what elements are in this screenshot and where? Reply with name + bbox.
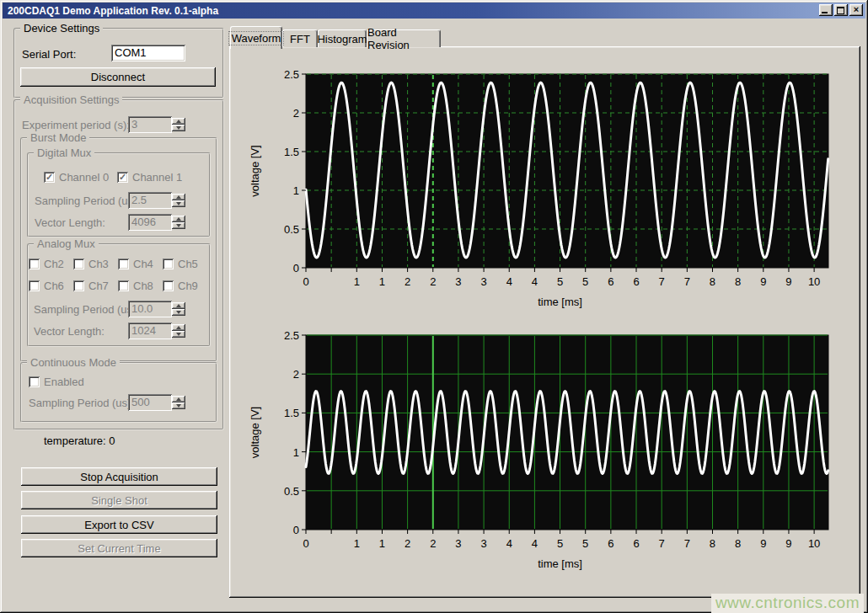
button-label: Single Shot: [91, 494, 147, 507]
svg-text:4: 4: [532, 275, 538, 288]
disconnect-button[interactable]: Disconnect: [20, 67, 216, 87]
digital-sampling-decrement-button[interactable]: [172, 200, 185, 207]
digital-vector-length-label: Vector Length:: [35, 216, 105, 229]
stop-acquisition-button[interactable]: Stop Acquisition: [21, 467, 217, 486]
checkbox-channel-1[interactable]: ✓ Channel 1: [117, 171, 182, 184]
checkbox-ch3[interactable]: Ch3: [73, 258, 109, 270]
minimize-button[interactable]: [819, 4, 833, 16]
svg-text:2: 2: [405, 275, 410, 288]
svg-text:8: 8: [710, 275, 715, 288]
analog-vector-length-spinner: 1024: [128, 322, 187, 339]
svg-text:9: 9: [760, 537, 766, 550]
svg-text:0.5: 0.5: [284, 485, 299, 498]
svg-text:10: 10: [808, 275, 820, 288]
analog-vector-decrement-button[interactable]: [172, 331, 185, 338]
digital-vector-decrement-button[interactable]: [172, 222, 185, 229]
checkbox-box: [29, 259, 40, 269]
serial-port-input[interactable]: COM1: [111, 45, 185, 61]
single-shot-button[interactable]: Single Shot: [21, 491, 217, 509]
minimize-icon: [822, 12, 828, 13]
svg-text:9: 9: [785, 537, 791, 550]
checkbox-ch2[interactable]: Ch2: [29, 258, 64, 270]
checkbox-ch5[interactable]: Ch5: [163, 258, 198, 270]
experiment-period-spinner: 3: [128, 116, 187, 133]
svg-text:5: 5: [582, 537, 588, 550]
arrow-down-icon: [176, 404, 181, 408]
analog-sampling-period-spinner: 10.0: [128, 301, 187, 317]
checkbox-box: [73, 259, 84, 269]
arrow-down-icon: [176, 333, 181, 336]
checkbox-ch4[interactable]: Ch4: [118, 258, 153, 270]
svg-text:5: 5: [557, 537, 563, 550]
continuous-sampling-period-input[interactable]: 500: [128, 394, 172, 411]
digital-vector-length-input[interactable]: 4096: [128, 214, 172, 231]
export-to-csv-button[interactable]: Export to CSV: [21, 515, 217, 534]
analog-mux-legend: Analog Mux: [34, 237, 99, 250]
svg-text:7: 7: [684, 537, 690, 550]
analog-sampling-decrement-button[interactable]: [172, 309, 185, 316]
svg-text:3: 3: [480, 537, 486, 550]
svg-text:2.5: 2.5: [284, 329, 299, 342]
analog-vector-length-label: Vector Length:: [34, 325, 104, 338]
tab-waveform[interactable]: Waveform: [230, 26, 282, 49]
arrow-up-icon: [176, 397, 181, 401]
svg-text:6: 6: [633, 537, 639, 550]
digital-sampling-period-label: Sampling Period (us):: [35, 195, 140, 207]
button-label: Export to CSV: [84, 519, 153, 531]
checkbox-ch8[interactable]: Ch8: [118, 280, 153, 292]
close-button[interactable]: ×: [849, 4, 863, 16]
svg-text:9: 9: [760, 275, 766, 288]
svg-text:8: 8: [735, 275, 741, 288]
svg-text:1: 1: [293, 184, 299, 197]
set-current-time-button[interactable]: Set Current Time: [21, 539, 217, 557]
checkbox-label: Ch3: [88, 258, 109, 270]
continuous-mode-group: Continuous Mode: [20, 362, 217, 423]
analog-sampling-increment-button[interactable]: [172, 302, 185, 309]
svg-text:2.5: 2.5: [284, 68, 299, 81]
svg-text:5: 5: [582, 275, 588, 288]
svg-text:2: 2: [293, 368, 299, 381]
svg-text:10: 10: [808, 537, 820, 550]
tab-label: Board Revision: [367, 26, 440, 51]
analog-sampling-period-input[interactable]: 10.0: [128, 301, 172, 317]
checkbox-box: [163, 280, 174, 291]
svg-text:6: 6: [608, 275, 613, 288]
svg-text:2: 2: [430, 537, 436, 550]
serial-port-label: Serial Port:: [22, 48, 76, 61]
maximize-button[interactable]: [834, 4, 848, 16]
checkbox-channel-0[interactable]: ✓ Channel 0: [44, 171, 109, 184]
analog-sampling-period-label: Sampling Period (us):: [34, 303, 139, 316]
checkbox-ch9[interactable]: Ch9: [163, 280, 198, 292]
checkbox-label: Ch9: [178, 280, 198, 292]
experiment-period-input[interactable]: 3: [128, 116, 172, 133]
digital-sampling-period-input[interactable]: 2.5: [128, 192, 172, 209]
tab-board-revision[interactable]: Board Revision: [367, 29, 441, 47]
window-title: 200CDAQ1 Demo Application Rev. 0.1-alpha: [8, 5, 218, 17]
tab-fft[interactable]: FFT: [282, 29, 318, 47]
digital-vector-increment-button[interactable]: [172, 216, 185, 222]
checkbox-box: [118, 280, 129, 291]
arrow-up-icon: [176, 120, 181, 123]
tab-label: Waveform: [229, 32, 284, 45]
experiment-period-increment-button[interactable]: [172, 118, 185, 125]
continuous-sampling-increment-button[interactable]: [172, 396, 185, 402]
svg-text:0: 0: [293, 262, 299, 275]
tab-histogram[interactable]: Histogram: [318, 29, 367, 47]
title-bar: 200CDAQ1 Demo Application Rev. 0.1-alpha…: [3, 3, 865, 19]
digital-sampling-increment-button[interactable]: [172, 194, 185, 200]
svg-text:6: 6: [633, 275, 639, 288]
svg-text:3: 3: [455, 275, 461, 288]
checkbox-ch6[interactable]: Ch6: [29, 280, 64, 292]
checkbox-ch7[interactable]: Ch7: [73, 280, 109, 292]
checkbox-label: Ch6: [44, 280, 64, 292]
acquisition-settings-legend: Acquisition Settings: [20, 93, 122, 106]
analog-vector-increment-button[interactable]: [172, 324, 185, 331]
analog-vector-length-input[interactable]: 1024: [128, 322, 172, 339]
svg-text:1: 1: [354, 537, 360, 550]
experiment-period-decrement-button[interactable]: [172, 125, 185, 131]
checkbox-label: Ch2: [44, 258, 64, 270]
arrow-up-icon: [176, 304, 181, 307]
checkbox-enabled[interactable]: Enabled: [29, 376, 84, 388]
continuous-mode-legend: Continuous Mode: [27, 356, 120, 369]
continuous-sampling-decrement-button[interactable]: [172, 402, 185, 409]
